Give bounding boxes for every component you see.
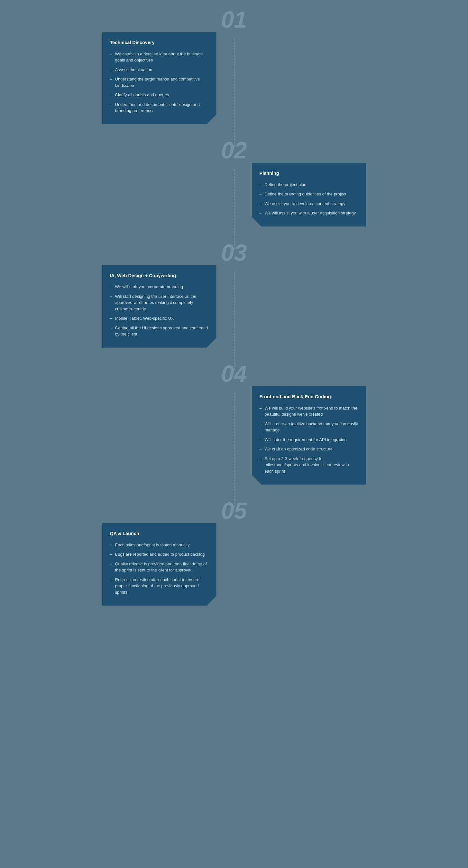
step-card-2: PlanningDefine the project planDefine th… bbox=[252, 163, 366, 227]
step-list-item-5-2: Bugs are reported and added to product b… bbox=[110, 551, 209, 558]
step-section-3: 03IA, Web Design + CopywritingWe will cr… bbox=[102, 240, 366, 361]
step-list-item-2-3: We assist you to develop a content strat… bbox=[260, 200, 358, 207]
step-section-2: 02PlanningDefine the project planDefine … bbox=[102, 137, 366, 240]
step-card-3: IA, Web Design + CopywritingWe will craf… bbox=[102, 265, 216, 348]
step-list-item-3-2: Will start designing the user interface … bbox=[110, 293, 209, 312]
step-title-1: Technical Discovery bbox=[110, 39, 209, 46]
step-list-item-5-1: Each milestone/sprint is tested manually bbox=[110, 542, 209, 548]
step-card-1: Technical DiscoveryWe establish a detail… bbox=[102, 32, 216, 124]
step-title-2: Planning bbox=[260, 170, 358, 177]
step-list-item-2-2: Define the branding guidelines of the pr… bbox=[260, 191, 358, 197]
center-line-2 bbox=[234, 169, 234, 249]
step-list-item-4-4: We craft an optimized code structure bbox=[260, 446, 358, 452]
step-list-1: We establish a detailed idea about the b… bbox=[110, 51, 209, 114]
step-title-3: IA, Web Design + Copywriting bbox=[110, 272, 209, 279]
step-list-item-1-4: Clarify all doubts and queries bbox=[110, 92, 209, 98]
step-title-5: QA & Launch bbox=[110, 530, 209, 537]
step-list-item-5-3: Quality release is provided and then fin… bbox=[110, 561, 209, 574]
step-list-item-5-4: Regression testing after each sprint to … bbox=[110, 577, 209, 596]
step-list-item-4-2: Will create an intuitive backend that yo… bbox=[260, 421, 358, 433]
step-number-2: 02 bbox=[221, 139, 247, 162]
step-list-item-4-3: Will cater the requirement for API integ… bbox=[260, 437, 358, 443]
step-number-4: 04 bbox=[221, 362, 247, 385]
step-list-item-1-2: Assess the situation bbox=[110, 67, 209, 73]
page-wrapper: 01Technical DiscoveryWe establish a deta… bbox=[102, 0, 366, 625]
step-card-5: QA & LaunchEach milestone/sprint is test… bbox=[102, 523, 216, 606]
step-list-3: We will craft your corporate brandingWil… bbox=[110, 284, 209, 337]
center-line-4 bbox=[234, 393, 234, 507]
step-list-item-3-4: Getting all the UI designs approved and … bbox=[110, 325, 209, 337]
step-number-5: 05 bbox=[221, 499, 247, 522]
step-list-item-1-3: Understand the target market and competi… bbox=[110, 76, 209, 89]
center-line-3 bbox=[234, 272, 234, 370]
step-list-4: We will build your website's front-end t… bbox=[260, 405, 358, 474]
step-section-1: 01Technical DiscoveryWe establish a deta… bbox=[102, 6, 366, 137]
step-list-item-3-3: Mobile, Tablet, Web-specific UX bbox=[110, 315, 209, 322]
step-list-item-4-1: We will build your website's front-end t… bbox=[260, 405, 358, 417]
step-title-4: Front-end and Back-End Coding bbox=[260, 394, 358, 401]
step-list-item-1-5: Understand and document clients' design … bbox=[110, 101, 209, 114]
step-list-item-2-1: Define the project plan bbox=[260, 182, 358, 188]
center-line-1 bbox=[234, 39, 234, 147]
step-list-item-4-5: Set up a 2-3 week frequency for mileston… bbox=[260, 456, 358, 474]
step-section-4: 04Front-end and Back-End CodingWe will b… bbox=[102, 361, 366, 497]
step-card-4: Front-end and Back-End CodingWe will bui… bbox=[252, 386, 366, 485]
step-list-item-1-1: We establish a detailed idea about the b… bbox=[110, 51, 209, 63]
step-list-5: Each milestone/sprint is tested manually… bbox=[110, 542, 209, 596]
step-list-item-2-4: We will assist you with a user acquisiti… bbox=[260, 210, 358, 216]
step-number-3: 03 bbox=[221, 241, 247, 264]
step-section-5: 05QA & LaunchEach milestone/sprint is te… bbox=[102, 497, 366, 618]
step-list-item-3-1: We will craft your corporate branding bbox=[110, 284, 209, 290]
step-list-2: Define the project planDefine the brandi… bbox=[260, 182, 358, 216]
step-number-1: 01 bbox=[221, 8, 247, 31]
